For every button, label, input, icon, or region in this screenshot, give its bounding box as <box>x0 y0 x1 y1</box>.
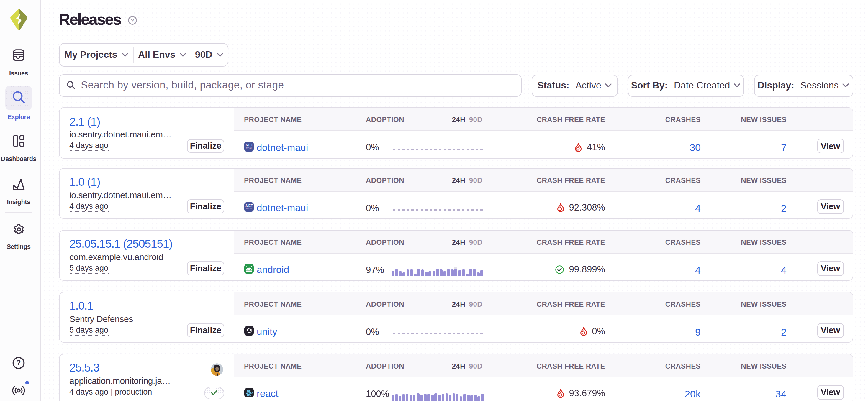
svg-text:?: ? <box>16 358 21 367</box>
svg-text:?: ? <box>130 17 134 23</box>
